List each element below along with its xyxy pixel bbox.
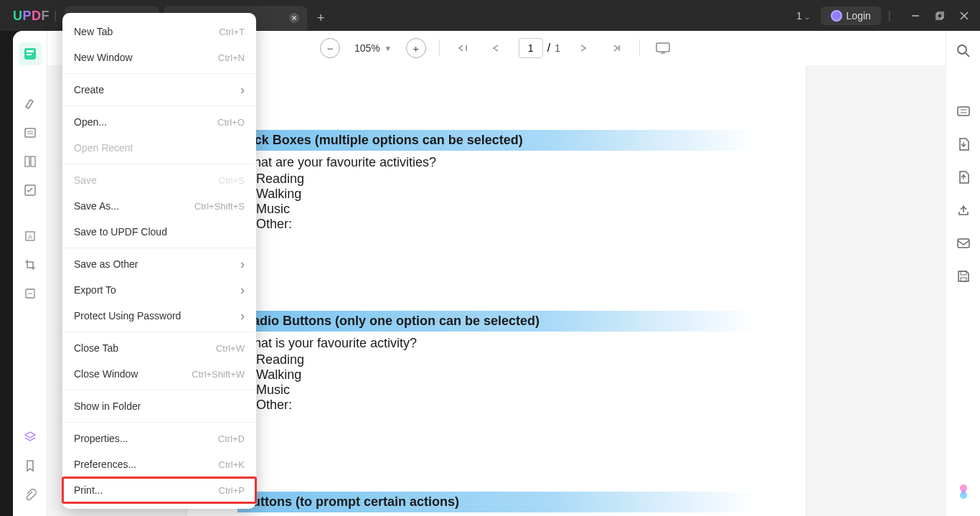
prev-page-button[interactable]: [486, 38, 506, 58]
menu-item-export-to[interactable]: Export To›: [62, 277, 256, 303]
sidebar-crop-icon[interactable]: [19, 253, 42, 276]
last-page-button[interactable]: [606, 38, 626, 58]
form-option[interactable]: Other:: [242, 217, 755, 232]
menu-item-save-as-other[interactable]: Save as Other›: [62, 251, 256, 277]
svg-rect-3: [938, 12, 943, 18]
zoom-level-dropdown[interactable]: 105% ▼: [354, 42, 392, 54]
svg-point-27: [961, 489, 966, 494]
sidebar-bookmark-icon[interactable]: [19, 454, 42, 477]
menu-separator: [62, 422, 256, 423]
menu-separator: [62, 105, 256, 106]
maximize-button[interactable]: [930, 6, 950, 26]
menu-separator: [62, 248, 256, 248]
sidebar-ocr-icon[interactable]: A: [19, 225, 42, 248]
chevron-right-icon: ›: [240, 283, 245, 298]
menu-item-open[interactable]: Open...Ctrl+O: [62, 109, 256, 135]
sidebar-layers-icon[interactable]: [19, 426, 42, 449]
svg-point-19: [958, 45, 966, 54]
login-button[interactable]: Login: [821, 6, 881, 25]
avatar-icon: [831, 10, 842, 22]
tools-icon[interactable]: [953, 101, 974, 121]
menu-separator: [62, 164, 256, 164]
menu-item-show-in-folder[interactable]: Show in Folder: [62, 393, 256, 419]
titlebar-right: 1 ⌵ Login |: [791, 6, 974, 26]
svg-rect-6: [27, 54, 32, 55]
section-header: Buttons (to prompt certain actions): [237, 492, 755, 512]
menu-item-new-window[interactable]: New WindowCtrl+N: [62, 44, 256, 70]
ai-assistant-icon[interactable]: [953, 482, 974, 502]
chevron-right-icon: ›: [240, 83, 245, 98]
question-text: What are your favourite activities?: [242, 155, 755, 170]
first-page-button[interactable]: [453, 38, 473, 58]
section-header: Radio Buttons (only one option can be se…: [237, 311, 755, 332]
menu-item-new-tab[interactable]: New TabCtrl+T: [62, 19, 256, 44]
new-tab-button[interactable]: +: [317, 11, 325, 26]
svg-rect-10: [25, 156, 29, 166]
menu-item-open-recent: Open Recent: [62, 135, 256, 161]
sidebar-pages-icon[interactable]: [19, 150, 42, 173]
menu-item-close-tab[interactable]: Close TabCtrl+W: [62, 335, 256, 361]
sidebar-highlight-icon[interactable]: [19, 93, 42, 116]
form-option[interactable]: Walking: [242, 367, 755, 383]
svg-rect-17: [656, 43, 669, 52]
email-icon[interactable]: [953, 233, 974, 253]
question-text: What is your favourite activity?: [242, 336, 755, 351]
compress-icon[interactable]: [953, 167, 974, 187]
zoom-in-button[interactable]: +: [406, 38, 426, 58]
share-icon[interactable]: [953, 200, 974, 220]
svg-rect-5: [27, 50, 34, 52]
menu-separator: [62, 332, 256, 332]
file-menu-dropdown: New TabCtrl+TNew WindowCtrl+NCreate›Open…: [62, 13, 256, 509]
close-tab-icon[interactable]: [288, 12, 300, 24]
save-icon[interactable]: [953, 266, 974, 286]
close-window-button[interactable]: [954, 6, 974, 26]
sidebar-attachment-icon[interactable]: [19, 483, 42, 506]
form-option[interactable]: Walking: [242, 187, 755, 202]
svg-line-20: [966, 53, 969, 57]
zoom-out-button[interactable]: −: [320, 38, 340, 58]
presentation-button[interactable]: [653, 38, 673, 58]
section-header: Tick Boxes (multiple options can be sele…: [237, 130, 755, 151]
total-pages: 1: [555, 42, 560, 54]
menu-item-create[interactable]: Create›: [62, 77, 256, 103]
sidebar-tool-icon[interactable]: [19, 282, 42, 305]
titlebar-divider: |: [888, 9, 891, 22]
sidebar-reader-icon[interactable]: [19, 42, 42, 65]
export-file-icon[interactable]: [953, 134, 974, 154]
right-sidebar: [946, 31, 980, 516]
chevron-right-icon: ›: [240, 309, 245, 324]
svg-rect-2: [936, 14, 942, 19]
page-indicator: 1 / 1: [519, 38, 560, 58]
tab-count-dropdown[interactable]: 1 ⌵: [791, 7, 815, 24]
menu-item-save-to-updf-cloud[interactable]: Save to UPDF Cloud: [62, 219, 256, 245]
form-option[interactable]: Other:: [242, 398, 755, 413]
sidebar-edit-icon[interactable]: [19, 121, 42, 144]
next-page-button[interactable]: [573, 38, 593, 58]
menu-item-save-as[interactable]: Save As...Ctrl+Shift+S: [62, 193, 256, 219]
form-option[interactable]: Music: [242, 202, 755, 217]
app-logo: UPDF: [13, 9, 50, 24]
chevron-right-icon: ›: [240, 257, 245, 272]
logo-divider: |: [54, 9, 57, 22]
minimize-button[interactable]: [905, 6, 925, 26]
menu-item-print[interactable]: Print...Ctrl+P: [62, 477, 256, 503]
menu-item-preferences[interactable]: Preferences...Ctrl+K: [62, 451, 256, 477]
menu-item-protect-using-password[interactable]: Protect Using Password›: [62, 303, 256, 329]
svg-rect-11: [31, 156, 35, 166]
svg-rect-7: [25, 128, 35, 137]
form-option[interactable]: Music: [242, 383, 755, 398]
pdf-page: Tick Boxes (multiple options can be sele…: [187, 65, 806, 516]
search-icon[interactable]: [953, 41, 974, 61]
menu-item-save: SaveCtrl+S: [62, 167, 256, 193]
chevron-down-icon: ▼: [385, 44, 392, 52]
menu-item-close-window[interactable]: Close WindowCtrl+Shift+W: [62, 361, 256, 387]
form-option[interactable]: Reading: [242, 172, 755, 187]
form-option[interactable]: Reading: [242, 352, 755, 367]
menu-item-properties[interactable]: Properties...Ctrl+D: [62, 426, 256, 451]
current-page-input[interactable]: 1: [519, 38, 543, 58]
toolbar-divider: [639, 39, 640, 57]
menu-separator: [62, 73, 256, 74]
menu-separator: [62, 390, 256, 390]
left-sidebar: A: [13, 31, 47, 516]
sidebar-form-icon[interactable]: [19, 179, 42, 202]
